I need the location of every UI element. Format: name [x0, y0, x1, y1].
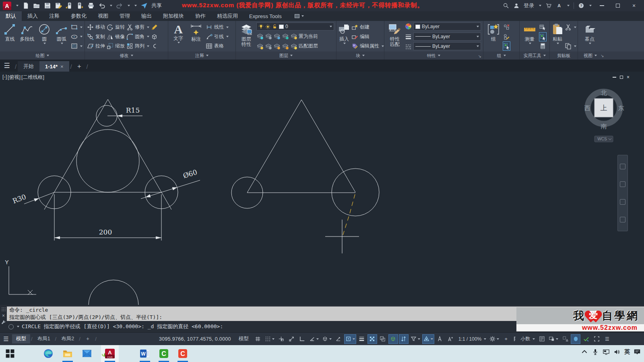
viewport-restore-icon[interactable]: [620, 76, 623, 79]
ribbon-tab-view[interactable]: 视图: [92, 11, 114, 21]
grid-toggle[interactable]: [254, 335, 262, 343]
signin-caret[interactable]: [539, 5, 541, 6]
properties-dialog-launcher[interactable]: ↘: [478, 54, 481, 58]
layer-properties-button[interactable]: 图层特性: [237, 22, 256, 51]
help-icon[interactable]: ?: [578, 2, 584, 9]
viewport-controls-toggle[interactable]: [-]: [2, 74, 7, 81]
ribbon-tab-addins[interactable]: 附加模块: [157, 11, 190, 21]
layer-unlock2-icon[interactable]: [282, 43, 289, 50]
autocad-logo[interactable]: A: [2, 1, 12, 10]
customization-menu[interactable]: ☰: [603, 335, 611, 343]
viewcube[interactable]: 北 西 东 南 上 WCS: [584, 89, 624, 142]
ribbon-tab-annotate[interactable]: 注释: [43, 11, 65, 21]
network-display-icon[interactable]: [603, 348, 610, 356]
signin-label[interactable]: 登录: [524, 2, 534, 9]
quick-select-button[interactable]: [539, 23, 546, 31]
nav-zoom-icon[interactable]: [620, 199, 625, 205]
annotation-scale-select[interactable]: 1:1 / 100%: [456, 335, 487, 343]
ribbon-tab-express[interactable]: Express Tools: [244, 11, 287, 21]
export-icon[interactable]: [76, 2, 84, 9]
dimension-button[interactable]: 标注: [187, 22, 205, 51]
dynamic-ucs-toggle[interactable]: [399, 335, 408, 343]
mail-icon[interactable]: [82, 348, 92, 359]
window-minimize-button[interactable]: [596, 1, 608, 10]
viewport-minimize-icon[interactable]: [613, 77, 616, 78]
ribbon-tab-featured[interactable]: 精选应用: [211, 11, 244, 21]
file-explorer-icon[interactable]: [62, 348, 73, 359]
ribbon-tab-insert[interactable]: 插入: [22, 11, 43, 21]
plot-icon[interactable]: [66, 2, 73, 9]
rectangle-tool-button[interactable]: [71, 23, 83, 31]
panel-title-annotate[interactable]: 注释: [168, 51, 235, 60]
join-button[interactable]: [151, 42, 158, 50]
command-wrench-icon[interactable]: [1, 320, 6, 325]
copy-button[interactable]: 复制: [87, 33, 105, 41]
undo-caret[interactable]: [110, 5, 112, 6]
object-snap-toggle[interactable]: [345, 335, 356, 343]
new-tab-button[interactable]: ＋: [73, 61, 85, 72]
tab-start[interactable]: 开始: [18, 61, 39, 72]
line-button[interactable]: 直线: [1, 22, 19, 51]
autocad-taskbar-icon[interactable]: ACAD: [105, 348, 115, 359]
panel-title-modify[interactable]: 修改: [85, 51, 168, 60]
ungroup-button[interactable]: [503, 23, 510, 31]
layer-walk-icon[interactable]: [290, 43, 297, 50]
arc-button[interactable]: 圆弧: [53, 22, 70, 51]
match-properties-button[interactable]: 特性匹配: [386, 22, 404, 51]
viewport-view-control[interactable]: [俯视]: [8, 74, 21, 81]
polar-tracking-toggle[interactable]: [308, 335, 320, 343]
tab-drawing-1-14[interactable]: 1-14*×: [39, 61, 69, 72]
print-icon[interactable]: [87, 2, 95, 9]
scale-button[interactable]: 缩放: [107, 42, 125, 50]
nav-orbit-icon[interactable]: [620, 217, 625, 222]
panel-title-clipboard[interactable]: 剪贴板: [550, 51, 578, 60]
redo-caret[interactable]: [128, 5, 130, 6]
panel-title-group[interactable]: 组: [483, 51, 519, 60]
workspace-switch[interactable]: [489, 335, 500, 343]
panel-title-properties[interactable]: 特性: [384, 51, 483, 60]
layer-select[interactable]: 0: [256, 23, 334, 31]
ribbon-tab-collaborate[interactable]: 协作: [190, 11, 211, 21]
selection-filter-toggle[interactable]: [410, 335, 421, 343]
explode-button[interactable]: [151, 33, 158, 41]
fillet-button[interactable]: 圆角: [126, 33, 149, 41]
word-icon[interactable]: W: [140, 348, 150, 359]
object-color-select[interactable]: ByLayer: [413, 23, 481, 31]
color-wheel-icon[interactable]: [405, 23, 412, 30]
adaptive-degradation-toggle[interactable]: [582, 335, 590, 343]
navigation-bar[interactable]: [617, 155, 628, 231]
new-layout-button[interactable]: ＋: [81, 334, 95, 343]
nav-wheel-icon[interactable]: [620, 164, 625, 169]
annotation-visibility-toggle[interactable]: [436, 335, 444, 343]
layer-unisolate-icon[interactable]: [265, 43, 272, 50]
linetype-select[interactable]: ByLayer: [413, 42, 481, 50]
lock-ui-toggle[interactable]: [548, 335, 559, 343]
ribbon-tab-output[interactable]: 输出: [136, 11, 157, 21]
wcs-label[interactable]: WCS: [597, 137, 607, 141]
layout1-tab[interactable]: 布局1: [33, 334, 54, 343]
undo-icon[interactable]: [98, 2, 105, 9]
command-close-icon[interactable]: ×: [2, 314, 5, 318]
isodraft-toggle[interactable]: [321, 335, 332, 343]
copy-clip-button[interactable]: [565, 42, 576, 50]
status-menu-icon[interactable]: ☰: [0, 335, 12, 343]
array-button[interactable]: 阵列: [126, 42, 149, 50]
match-layer-button[interactable]: 匹配图层: [299, 42, 318, 50]
snap-toggle[interactable]: [264, 335, 275, 343]
command-recent-caret[interactable]: [17, 326, 19, 327]
group-selection-toggle[interactable]: [503, 42, 510, 50]
ribbon-tab-default[interactable]: 默认: [0, 11, 22, 21]
base-point-button[interactable]: 基点: [579, 22, 600, 51]
panel-title-layers[interactable]: 图层: [236, 51, 336, 60]
lineweight-toggle[interactable]: [357, 335, 366, 343]
model-space-canvas[interactable]: R15 R30 Ø60 200 Y 北 西 东 南: [0, 72, 644, 305]
measure-button[interactable]: 测量: [521, 22, 539, 51]
open-folder-icon[interactable]: [33, 2, 40, 9]
view-dialog-launcher[interactable]: ↘: [601, 53, 604, 58]
graphics-performance-toggle[interactable]: [571, 335, 580, 343]
infer-constraints-toggle[interactable]: [277, 335, 286, 343]
viewport-close-icon[interactable]: ×: [627, 74, 630, 80]
dynamic-input-toggle[interactable]: [287, 335, 296, 343]
panel-title-block[interactable]: 块: [336, 51, 384, 60]
edit-attributes-button[interactable]: 编辑属性: [351, 42, 384, 50]
